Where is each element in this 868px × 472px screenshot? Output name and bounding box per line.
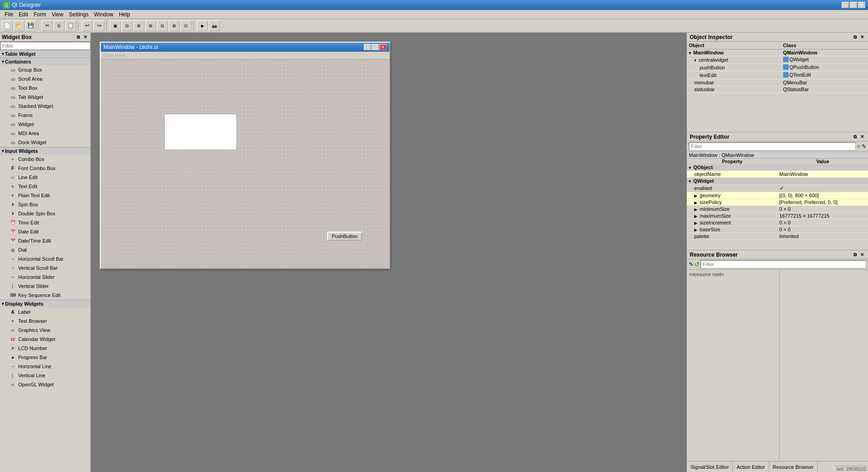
designer-canvas[interactable]: PushButton	[101, 59, 389, 268]
menu-window[interactable]: Window	[91, 11, 116, 18]
property-edit-button[interactable]: ✎	[862, 143, 866, 150]
table-row[interactable]: ▾ MainWindow QMainWindow	[687, 49, 868, 56]
category-table-widget[interactable]: ▾ Table Widget	[0, 50, 90, 58]
object-inspector-float[interactable]: ⧉	[852, 34, 858, 40]
prop-row[interactable]: ▶ sizePolicy [Preferred, Preferred, 0, 0…	[687, 199, 868, 206]
designer-close-btn[interactable]: ✕	[379, 44, 387, 50]
widget-tool-box[interactable]: ▭ Tool Box	[0, 83, 90, 92]
table-row[interactable]: ▾ centralwidget QWidget	[687, 56, 868, 64]
prop-row[interactable]: ▶ baseSize 0 × 0	[687, 226, 868, 233]
toolbar-break-layout[interactable]: ⊠	[169, 20, 180, 31]
menu-file[interactable]: File	[2, 11, 16, 18]
toolbar-layout-form[interactable]: ⊟	[157, 20, 168, 31]
widget-horizontal-slider[interactable]: ─ Horizontal Slider	[0, 272, 90, 282]
widget-label[interactable]: A Label	[0, 307, 90, 316]
menu-help[interactable]: Help	[116, 11, 133, 18]
widget-vertical-slider[interactable]: │ Vertical Slider	[0, 282, 90, 291]
toolbar-paste[interactable]: 📋	[65, 20, 76, 31]
prop-row[interactable]: ▶ geometry [(0, 0), 800 × 600]	[687, 192, 868, 199]
toolbar-preview[interactable]: ▶	[197, 20, 208, 31]
toolbar-layout-g[interactable]: ⊞	[145, 20, 156, 31]
toolbar-widget-mode[interactable]: ▣	[110, 20, 121, 31]
tab-signal-slot-editor[interactable]: Signal/Slot Editor	[687, 462, 733, 472]
resource-filter-input[interactable]	[701, 260, 866, 268]
toolbar-copy[interactable]: ⎘	[54, 20, 64, 31]
widget-box-filter[interactable]	[0, 42, 90, 50]
menu-view[interactable]: View	[49, 11, 66, 18]
widget-key-sequence-edit[interactable]: ⌨ Key Sequence Edit	[0, 291, 90, 300]
toolbar-layout-v[interactable]: ⊞	[133, 20, 144, 31]
resource-browser-close[interactable]: ✕	[859, 252, 865, 258]
toolbar-save[interactable]: 💾	[25, 20, 36, 31]
widget-mdi-area[interactable]: ▭ MDI Area	[0, 129, 90, 138]
widget-opengl-widget[interactable]: ▭ OpenGL Widget	[0, 380, 90, 389]
widget-datetime-edit[interactable]: 📅 Date/Time Edit	[0, 236, 90, 245]
widget-box-float[interactable]: ⧉	[75, 34, 81, 40]
category-containers[interactable]: ▾ Containers	[0, 58, 90, 65]
toolbar-new[interactable]: 📄	[2, 20, 13, 31]
tab-action-editor[interactable]: Action Editor	[733, 462, 769, 472]
toolbar-adjust-size[interactable]: ⊡	[181, 20, 191, 31]
toolbar-layout-h[interactable]: ⊟	[122, 20, 132, 31]
designer-menu-bar[interactable]: Type Here	[101, 52, 389, 59]
widget-lcd-number[interactable]: # LCD Number	[0, 344, 90, 353]
prop-row[interactable]: palette Inherited	[687, 233, 868, 240]
widget-tab-widget[interactable]: ▭ Tab Widget	[0, 92, 90, 102]
toolbar-redo[interactable]: ↪	[93, 20, 104, 31]
minimize-button[interactable]: −	[842, 2, 849, 8]
widget-double-spin-box[interactable]: ⬆ Double Spin Box	[0, 209, 90, 218]
table-row[interactable]: statusbar QStatusBar	[687, 86, 868, 93]
widget-date-edit[interactable]: 📅 Date Edit	[0, 227, 90, 236]
widget-text-edit[interactable]: ≡ Text Edit	[0, 182, 90, 191]
designer-push-button[interactable]: PushButton	[327, 232, 362, 241]
prop-row[interactable]: ▶ maximumSize 16777215 × 16777215	[687, 213, 868, 219]
prop-row[interactable]: ▶ minimumSize 0 × 0	[687, 206, 868, 213]
widget-graphics-view[interactable]: ▭ Graphics View	[0, 326, 90, 335]
close-button[interactable]: ✕	[858, 2, 865, 8]
table-row[interactable]: textEdit QTextEdit	[687, 72, 868, 79]
widget-text-browser[interactable]: ≡ Text Browser	[0, 316, 90, 326]
tab-resource-browser[interactable]: Resource Browser	[769, 462, 818, 472]
widget-vertical-scroll-bar[interactable]: ↕ Vertical Scroll Bar	[0, 263, 90, 272]
toolbar-undo[interactable]: ↩	[82, 20, 93, 31]
prop-row[interactable]: ▶ sizeIncrement 0 × 0	[687, 219, 868, 226]
widget-scroll-area[interactable]: ▭ Scroll Area	[0, 74, 90, 83]
widget-line-edit[interactable]: ▭ Line Edit	[0, 173, 90, 182]
toolbar-cut[interactable]: ✂	[42, 20, 53, 31]
widget-horizontal-scroll-bar[interactable]: ↔ Horizontal Scroll Bar	[0, 254, 90, 263]
designer-minimize-btn[interactable]: −	[364, 44, 371, 50]
toolbar-screenshot[interactable]: 📷	[209, 20, 220, 31]
designer-inner-widget[interactable]	[164, 114, 237, 150]
resource-browser-float[interactable]: ⧉	[852, 252, 858, 258]
widget-spin-box[interactable]: ⬆ Spin Box	[0, 200, 90, 209]
widget-font-combo-box[interactable]: F Font Combo Box	[0, 164, 90, 173]
widget-group-box[interactable]: ▭ Group Box	[0, 65, 90, 74]
menu-form[interactable]: Form	[31, 11, 49, 18]
menu-settings[interactable]: Settings	[66, 11, 91, 18]
prop-row[interactable]: objectName MainWindow	[687, 171, 868, 178]
object-inspector-close[interactable]: ✕	[859, 34, 865, 40]
resource-refresh-icon[interactable]: ↺	[694, 261, 700, 268]
widget-combo-box[interactable]: ▿ Combo Box	[0, 155, 90, 164]
widget-time-edit[interactable]: ⏰ Time Edit	[0, 218, 90, 227]
widget-dial[interactable]: ◎ Dial	[0, 245, 90, 254]
property-editor-float[interactable]: ⧉	[852, 134, 858, 140]
widget-dock-widget[interactable]: ▭ Dock Widget	[0, 138, 90, 147]
table-row[interactable]: menubar QMenuBar	[687, 79, 868, 86]
widget-box-close[interactable]: ✕	[82, 34, 88, 40]
widget-horizontal-line[interactable]: ─ Horizontal Line	[0, 362, 90, 371]
designer-restore-btn[interactable]: □	[372, 44, 379, 50]
widget-vertical-line[interactable]: │ Vertical Line	[0, 371, 90, 380]
property-add-button[interactable]: +	[857, 142, 861, 151]
resource-edit-icon[interactable]: ✎	[689, 261, 693, 268]
widget-plain-text-edit[interactable]: ≡ Plain Text Edit	[0, 191, 90, 200]
toolbar-open[interactable]: 📂	[14, 20, 25, 31]
canvas-area[interactable]: MainWindow - ceshi.ui − □ ✕ Type Here Pu…	[91, 33, 687, 472]
prop-row[interactable]: enabled ✓	[687, 185, 868, 192]
widget-frame[interactable]: ▭ Frame	[0, 111, 90, 120]
widget-stacked-widget[interactable]: ▭ Stacked Widget	[0, 102, 90, 111]
maximize-button[interactable]: □	[850, 2, 857, 8]
category-input-widgets[interactable]: ▾ Input Widgets	[0, 147, 90, 155]
table-row[interactable]: pushButton QPushButton	[687, 64, 868, 72]
property-editor-close[interactable]: ✕	[859, 134, 865, 140]
